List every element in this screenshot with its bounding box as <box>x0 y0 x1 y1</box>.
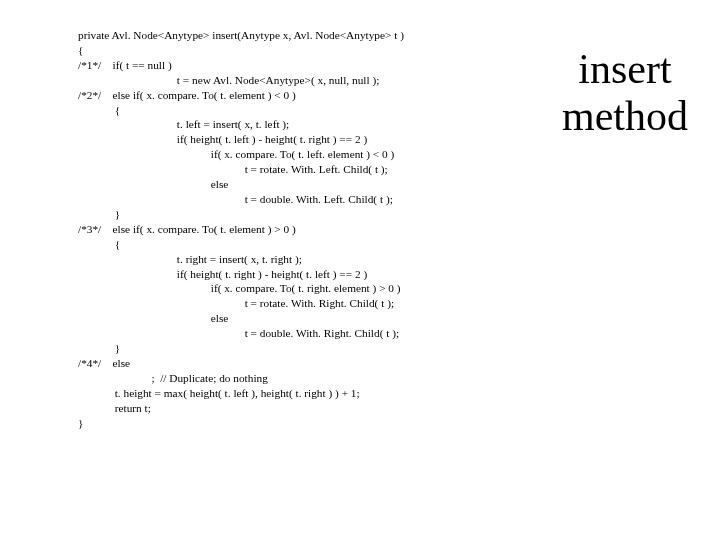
title-line-2: method <box>562 93 688 140</box>
slide-title: insert method <box>562 46 688 140</box>
title-line-1: insert <box>562 46 688 93</box>
code-block: private Avl. Node<Anytype> insert(Anytyp… <box>78 28 404 430</box>
